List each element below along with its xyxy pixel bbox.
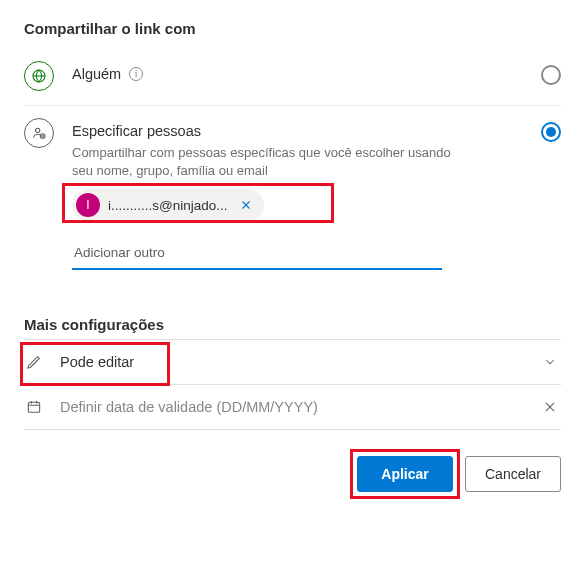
permission-row[interactable]: Pode editar	[24, 339, 561, 385]
globe-icon	[24, 61, 54, 91]
share-section-title: Compartilhar o link com	[24, 20, 561, 37]
more-settings-title: Mais configurações	[24, 316, 561, 333]
option-specific-label: Especificar pessoas	[72, 123, 201, 139]
svg-point-1	[36, 128, 40, 132]
option-anyone-label: Alguém	[72, 66, 121, 82]
avatar: I	[76, 193, 100, 217]
clear-expiry-icon[interactable]	[543, 400, 561, 414]
info-icon[interactable]: i	[129, 67, 143, 81]
radio-specific[interactable]	[541, 122, 561, 142]
option-specific-people[interactable]: Especificar pessoas Compartilhar com pes…	[24, 112, 561, 280]
people-chip[interactable]: I i...........s@ninjado...	[72, 189, 264, 221]
expiry-row[interactable]: Definir data de validade (DD/MM/YYYY)	[24, 385, 561, 430]
chip-remove-icon[interactable]	[236, 199, 256, 211]
svg-rect-3	[28, 402, 39, 412]
chevron-down-icon[interactable]	[543, 355, 561, 369]
add-people-input[interactable]	[72, 239, 442, 270]
option-anyone[interactable]: Alguém i	[24, 55, 561, 106]
permission-label: Pode editar	[60, 354, 527, 370]
expiry-placeholder: Definir data de validade (DD/MM/YYYY)	[60, 399, 527, 415]
chip-email: i...........s@ninjado...	[108, 198, 228, 213]
option-specific-desc: Compartilhar com pessoas específicas que…	[72, 144, 452, 179]
pencil-icon	[24, 354, 44, 370]
people-add-icon	[24, 118, 54, 148]
cancel-button[interactable]: Cancelar	[465, 456, 561, 492]
radio-anyone[interactable]	[541, 65, 561, 85]
calendar-icon	[24, 399, 44, 415]
apply-button[interactable]: Aplicar	[357, 456, 453, 492]
